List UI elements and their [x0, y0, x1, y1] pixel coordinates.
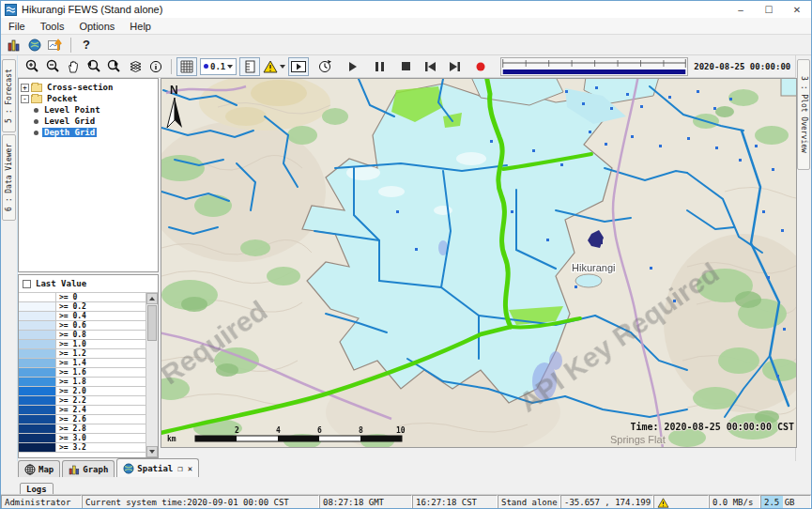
legend-row: >= 0.8 — [19, 331, 146, 340]
step-forward-button[interactable] — [444, 57, 465, 76]
value-interval-dropdown[interactable]: 0.1 — [200, 58, 237, 75]
scroll-thumb[interactable] — [147, 305, 157, 341]
status-local-time: 16:27:18 CST — [412, 495, 498, 509]
color-swatch — [19, 387, 56, 395]
legend-row: >= 2.6 — [19, 415, 146, 424]
ruler-icon — [245, 60, 255, 73]
profile-button[interactable] — [239, 57, 260, 76]
info-icon — [149, 60, 162, 73]
svg-text:N: N — [170, 84, 178, 97]
bar-chart-icon — [69, 464, 80, 475]
toolbar-separator — [70, 38, 71, 53]
svg-text:10: 10 — [396, 426, 406, 435]
color-swatch — [19, 349, 56, 358]
pan-button[interactable] — [63, 57, 84, 76]
database-chart-button[interactable] — [4, 36, 24, 54]
layers-button[interactable] — [125, 57, 146, 76]
tab-data-viewer[interactable]: 6 : Data Viewer — [2, 134, 16, 221]
minimize-button[interactable]: – — [727, 1, 755, 18]
expander-icon[interactable]: - — [21, 95, 29, 103]
legend-row: >= 3.0 — [19, 434, 146, 443]
color-swatch — [19, 434, 56, 442]
chevron-down-icon — [227, 65, 233, 69]
tab-plot-overview[interactable]: 3 : Plot Overview — [797, 59, 810, 170]
color-swatch — [19, 359, 56, 367]
tab-spatial[interactable]: Spatial ❐ ✕ — [116, 458, 199, 477]
expander-icon[interactable]: + — [21, 84, 29, 92]
legend-row: >= 1.2 — [19, 349, 146, 359]
help-button[interactable]: ? — [76, 36, 97, 54]
tab-close-button[interactable]: ✕ — [188, 464, 192, 473]
thresholds-dropdown[interactable] — [260, 57, 288, 76]
legend-row: >= 3.2 — [19, 443, 146, 453]
legend-panel: Last Value >= 0 >= 0.2 >= 0.4 >= 0.6 >= … — [18, 274, 159, 458]
stop-button[interactable] — [395, 57, 416, 76]
color-swatch — [19, 368, 56, 377]
record-button[interactable] — [470, 57, 491, 76]
pause-button[interactable] — [369, 57, 390, 76]
main-toolbar: ? — [1, 35, 811, 55]
record-icon — [476, 62, 485, 71]
timeline-slider[interactable] — [500, 57, 688, 76]
scroll-down-button[interactable] — [146, 446, 158, 457]
color-swatch — [19, 302, 56, 311]
step-back-button[interactable] — [420, 57, 440, 76]
tab-forecast[interactable]: 5 : Forecast — [2, 59, 16, 132]
color-swatch — [19, 415, 56, 424]
timeline-date-label: 2020-08-25 00:00:00 CST — [694, 62, 811, 71]
app-logo-icon — [5, 4, 17, 16]
tree-item-pocket[interactable]: - Pocket — [21, 93, 156, 104]
menu-options[interactable]: Options — [71, 18, 122, 34]
menu-file[interactable]: File — [1, 18, 33, 34]
color-swatch — [19, 293, 56, 301]
last-value-checkbox[interactable] — [23, 280, 31, 288]
status-alerts[interactable] — [653, 495, 709, 509]
tree-item-level-point[interactable]: Level Point — [21, 104, 156, 116]
tree-item-level-grid[interactable]: Level Grid — [21, 116, 156, 127]
place-label-springs-flat: Springs Flat — [610, 434, 666, 445]
scroll-up-button[interactable] — [146, 293, 158, 304]
globe-icon — [123, 463, 134, 474]
menu-help[interactable]: Help — [122, 18, 159, 34]
status-system-time: Current system time:2020-09-01 00:00 CST — [82, 495, 319, 509]
timeline-graphic — [501, 58, 687, 75]
info-button[interactable] — [146, 57, 166, 76]
grid-display-button[interactable] — [176, 57, 197, 76]
status-bar: Administrator Current system time:2020-0… — [1, 494, 812, 509]
bar-chart-icon — [8, 39, 21, 52]
menu-tools[interactable]: Tools — [33, 18, 72, 34]
map-globe-button[interactable] — [24, 36, 45, 54]
tree-item-cross-section[interactable]: + Cross-section — [21, 82, 156, 93]
map-view[interactable]: API Key Required API Key Required Hikura… — [161, 78, 797, 448]
legend-row: >= 1.6 — [19, 368, 146, 378]
map-toolbar: 0.1 — [18, 55, 797, 78]
tab-graph[interactable]: Graph — [62, 460, 115, 477]
zoom-in-button[interactable] — [22, 57, 42, 76]
color-swatch — [19, 312, 56, 320]
legend-rows: >= 0 >= 0.2 >= 0.4 >= 0.6 >= 0.8 >= 1.0 … — [19, 293, 146, 457]
warning-triangle-icon — [263, 60, 278, 73]
zoom-out-button[interactable] — [42, 57, 63, 76]
zoom-previous-button[interactable] — [84, 57, 104, 76]
last-value-label: Last Value — [36, 279, 86, 288]
timeseries-button[interactable] — [45, 36, 66, 54]
set-current-time-button[interactable] — [314, 57, 335, 76]
play-button[interactable] — [343, 57, 363, 76]
maximize-button[interactable]: ☐ — [755, 1, 783, 18]
animation-button[interactable] — [288, 57, 309, 76]
dot-icon — [204, 64, 208, 69]
town-marker — [588, 230, 604, 248]
tab-map[interactable]: Map — [18, 460, 60, 477]
skip-end-icon — [450, 62, 460, 71]
legend-row: >= 0.6 — [19, 321, 146, 331]
play-icon — [348, 62, 358, 71]
map-canvas[interactable]: API Key Required API Key Required Hikura… — [161, 79, 797, 448]
warning-triangle-icon — [657, 498, 669, 508]
tree-item-depth-grid[interactable]: Depth Grid — [21, 127, 156, 138]
logs-row: Logs — [18, 478, 797, 494]
legend-scrollbar[interactable] — [146, 293, 158, 457]
zoom-out-icon — [46, 59, 60, 73]
tab-restore-button[interactable]: ❐ — [177, 464, 182, 473]
zoom-next-button[interactable] — [104, 57, 125, 76]
close-button[interactable]: ✕ — [783, 1, 811, 18]
